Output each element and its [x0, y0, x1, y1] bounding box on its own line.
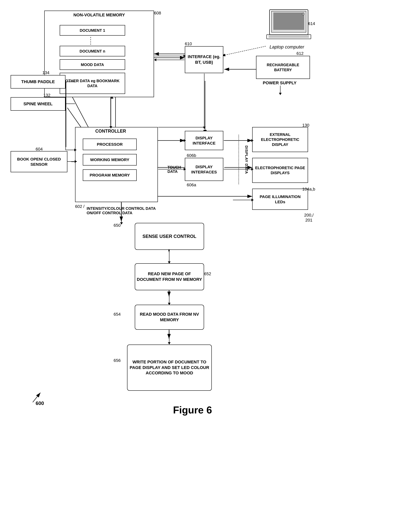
program-memory-label: PROGRAM MEMORY — [89, 173, 130, 178]
external-electrophoretic-box: EXTERNAL ELECTROPHORETIC DISPLAY — [252, 127, 308, 152]
laptop-svg — [266, 8, 312, 42]
documentN-label: DOCUMENT n — [80, 49, 105, 54]
svg-line-22 — [221, 46, 266, 56]
rechargeable-battery-label: RECHARGEABLE BATTERY — [258, 62, 308, 72]
spine-wheel-label: SPINE WHEEL — [23, 101, 53, 107]
svg-line-31 — [33, 393, 41, 402]
document1-label: DOCUMENT 1 — [80, 28, 105, 33]
otherData-box: OTHER DATA eg BOOKMARK DATA — [60, 73, 125, 94]
interface-label: INTERFACE (eg. BT, USB) — [187, 54, 221, 65]
display-interface-box: DISPLAY INTERFACE — [185, 131, 223, 150]
non-volatile-memory-label: NON-VOLATILE MEMORY — [50, 12, 148, 17]
documentN-box: DOCUMENT n — [60, 46, 125, 56]
read-new-page-label: READ NEW PAGE OF DOCUMENT FROM NV MEMORY — [137, 271, 202, 282]
ref-652: 652 — [204, 271, 211, 276]
moodData-box: MOOD DATA — [60, 59, 125, 70]
processor-box: PROCESSOR — [83, 139, 137, 150]
diagram-container: { "title": "Figure 6", "boxes": { "nonVo… — [0, 0, 396, 532]
ref-606b: 606b — [187, 153, 196, 158]
moodData-label: MOOD DATA — [81, 62, 104, 67]
ref-134: 134 — [42, 70, 49, 75]
svg-rect-28 — [268, 35, 309, 38]
electrophoretic-page-displays-box: ELECTROPHORETIC PAGE DISPLAYS — [252, 158, 308, 183]
working-memory-box: WORKING MEMORY — [83, 154, 137, 166]
svg-rect-25 — [273, 12, 304, 30]
ref-650: 650 — [114, 223, 121, 228]
otherData-label: OTHER DATA eg BOOKMARK DATA — [62, 78, 123, 88]
read-mood-data-box: READ MOOD DATA FROM NV MEMORY — [135, 305, 204, 330]
ref-130: 130 — [302, 123, 309, 128]
display-interfaces-label: DISPLAY INTERFACES — [187, 164, 221, 175]
ref-132: 132 — [43, 93, 50, 98]
working-memory-label: WORKING MEMORY — [90, 157, 129, 162]
interface-box: INTERFACE (eg. BT, USB) — [185, 46, 223, 73]
thumb-paddle-label: THUMB PADDLE — [21, 79, 55, 85]
processor-label: PROCESSOR — [97, 142, 123, 147]
ref600-arrow — [29, 389, 44, 404]
ref-606a: 606a — [187, 182, 196, 187]
write-portion-label: WRITE PORTION OF DOCUMENT TO PAGE DISPLA… — [129, 359, 210, 376]
controller-label: CONTROLLER — [95, 129, 126, 134]
sense-user-control-box: SENSE USER CONTROL — [135, 223, 204, 250]
ref-654: 654 — [114, 312, 121, 317]
sense-user-control-label: SENSE USER CONTROL — [142, 233, 196, 239]
ref-602: 602 / — [75, 204, 85, 209]
read-mood-data-label: READ MOOD DATA FROM NV MEMORY — [137, 312, 202, 323]
write-portion-box: WRITE PORTION OF DOCUMENT TO PAGE DISPLA… — [127, 345, 212, 391]
spine-wheel-box: SPINE WHEEL — [11, 97, 65, 111]
external-electrophoretic-label: EXTERNAL ELECTROPHORETIC DISPLAY — [254, 132, 306, 147]
program-memory-box: PROGRAM MEMORY — [83, 169, 137, 181]
thumb-paddle-box: THUMB PADDLE — [11, 75, 65, 88]
ref-604: 604 — [36, 147, 43, 152]
svg-point-26 — [302, 13, 304, 15]
intensity-control-label: INTENSITY/COLOUR CONTROL DATAON/OFF CONT… — [87, 206, 233, 215]
ref-610: 610 — [185, 41, 192, 46]
laptop-label: Laptop computer — [269, 44, 304, 50]
document1-box: DOCUMENT 1 — [60, 25, 125, 36]
touch-data-label2: DATA — [168, 169, 178, 174]
ref-612: 612 — [297, 51, 304, 56]
figure-label: Figure 6 — [135, 404, 250, 416]
ref-200-201: 200,/201 — [304, 213, 314, 223]
page-illumination-leds-label: PAGE ILLUMINATION LEDs — [254, 194, 306, 205]
ref-104ab: 104a,b — [302, 187, 315, 192]
book-sensor-box: BOOK OPEN/ CLOSED SENSOR — [11, 151, 67, 172]
rechargeable-battery-box: RECHARGEABLE BATTERY — [256, 56, 310, 79]
ref-614: 614 — [308, 21, 315, 26]
book-sensor-label: BOOK OPEN/ CLOSED SENSOR — [12, 156, 65, 167]
read-new-page-box: READ NEW PAGE OF DOCUMENT FROM NV MEMORY — [135, 263, 204, 290]
display-interface-label: DISPLAY INTERFACE — [187, 135, 221, 146]
electrophoretic-page-displays-label: ELECTROPHORETIC PAGE DISPLAYS — [254, 165, 306, 175]
power-supply-label: POWER SUPPLY — [263, 81, 297, 86]
display-interfaces-box: DISPLAY INTERFACES — [185, 158, 223, 181]
page-illumination-leds-box: PAGE ILLUMINATION LEDs — [252, 189, 308, 210]
ref-656: 656 — [114, 358, 121, 363]
ref-608: 608 — [154, 11, 161, 16]
